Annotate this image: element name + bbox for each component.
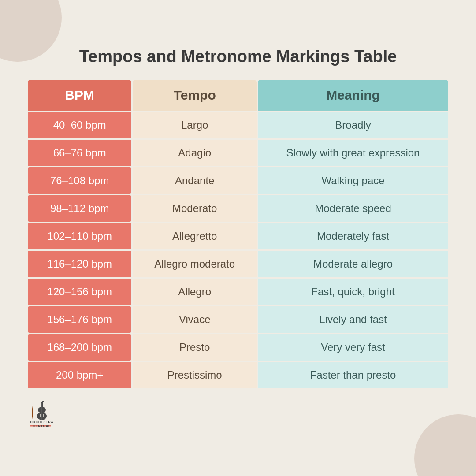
cell-tempo-1: Adagio [133,140,257,166]
orchestra-central-logo: ORCHESTRA CENTRAL [26,398,57,429]
cell-bpm-2: 76–108 bpm [28,167,131,194]
cell-meaning-3: Moderate speed [258,195,448,222]
cell-bpm-8: 168–200 bpm [28,334,131,361]
main-container: Tempos and Metronome Markings Table BPM … [26,47,450,429]
table-wrapper: BPM Tempo Meaning 40–60 bpmLargoBroadly6… [26,78,450,390]
table-row: 66–76 bpmAdagioSlowly with great express… [28,140,448,166]
cell-meaning-2: Walking pace [258,167,448,194]
header-bpm: BPM [28,80,131,111]
table-row: 156–176 bpmVivaceLively and fast [28,306,448,333]
svg-text:CENTRAL: CENTRAL [33,424,51,428]
cell-tempo-5: Allegro moderato [133,251,257,277]
cell-bpm-0: 40–60 bpm [28,112,131,138]
cell-bpm-4: 102–110 bpm [28,223,131,249]
cell-tempo-4: Allegretto [133,223,257,249]
cell-meaning-0: Broadly [258,112,448,138]
cell-tempo-9: Prestissimo [133,362,257,388]
cell-tempo-7: Vivace [133,306,257,333]
table-row: 98–112 bpmModeratoModerate speed [28,195,448,222]
table-header-row: BPM Tempo Meaning [28,80,448,111]
cell-tempo-3: Moderato [133,195,257,222]
table-row: 168–200 bpmPrestoVery very fast [28,334,448,361]
cell-bpm-5: 116–120 bpm [28,251,131,277]
cell-meaning-4: Moderately fast [258,223,448,249]
cell-bpm-3: 98–112 bpm [28,195,131,222]
cell-meaning-9: Faster than presto [258,362,448,388]
page-title: Tempos and Metronome Markings Table [26,47,450,66]
cell-meaning-8: Very very fast [258,334,448,361]
tempos-table: BPM Tempo Meaning 40–60 bpmLargoBroadly6… [26,78,450,390]
logo-area: ORCHESTRA CENTRAL [26,398,450,429]
table-row: 116–120 bpmAllegro moderatoModerate alle… [28,251,448,277]
table-row: 76–108 bpmAndanteWalking pace [28,167,448,194]
cell-bpm-1: 66–76 bpm [28,140,131,166]
cell-bpm-7: 156–176 bpm [28,306,131,333]
table-row: 102–110 bpmAllegrettoModerately fast [28,223,448,249]
header-tempo: Tempo [133,80,257,111]
cell-bpm-6: 120–156 bpm [28,279,131,305]
cell-meaning-1: Slowly with great expression [258,140,448,166]
cell-bpm-9: 200 bpm+ [28,362,131,388]
cell-meaning-7: Lively and fast [258,306,448,333]
cell-meaning-5: Moderate allegro [258,251,448,277]
table-row: 120–156 bpmAllegroFast, quick, bright [28,279,448,305]
cell-tempo-2: Andante [133,167,257,194]
table-row: 40–60 bpmLargoBroadly [28,112,448,138]
header-meaning: Meaning [258,80,448,111]
cell-tempo-8: Presto [133,334,257,361]
cell-tempo-6: Allegro [133,279,257,305]
svg-text:ORCHESTRA: ORCHESTRA [30,420,53,424]
cell-meaning-6: Fast, quick, bright [258,279,448,305]
table-row: 200 bpm+PrestissimoFaster than presto [28,362,448,388]
cell-tempo-0: Largo [133,112,257,138]
